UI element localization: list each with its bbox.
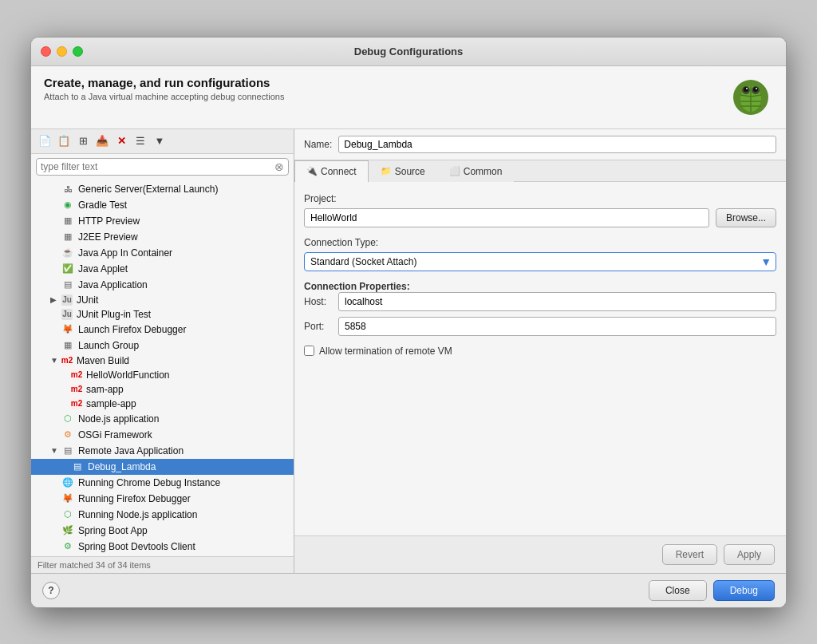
content-area: 📄 📋 ⊞ 📥 ✕ ☰ ▼ bbox=[31, 129, 786, 573]
tab-common[interactable]: ⬜ Common bbox=[437, 160, 515, 182]
tree-item-label: HTTP Preview bbox=[78, 215, 140, 227]
footer-buttons: Close Debug bbox=[649, 580, 775, 601]
project-input[interactable] bbox=[304, 208, 709, 227]
apply-button[interactable]: Apply bbox=[724, 544, 775, 565]
new-config-button[interactable]: 📄 bbox=[36, 132, 53, 150]
project-label: Project: bbox=[304, 193, 776, 204]
debug-configurations-window: Debug Configurations Create, manage, and… bbox=[30, 37, 787, 608]
tree-item-launch-group[interactable]: ▦ Launch Group bbox=[31, 338, 294, 354]
tree-item-running-nodejs[interactable]: ⬡ Running Node.js application bbox=[31, 507, 294, 523]
tree-item-label: Gradle Test bbox=[78, 200, 127, 211]
collapse-all-button[interactable]: ☰ bbox=[132, 132, 149, 150]
common-tab-icon: ⬜ bbox=[449, 166, 460, 176]
search-input[interactable] bbox=[41, 161, 274, 172]
action-bar: Revert Apply bbox=[294, 535, 786, 573]
close-button[interactable]: Close bbox=[649, 580, 707, 601]
tree-item-generic-server[interactable]: 🖧 Generic Server(External Launch) bbox=[31, 181, 294, 197]
tree-item-label: sam-app bbox=[86, 384, 124, 395]
duplicate-button[interactable]: ⊞ bbox=[74, 132, 92, 150]
tree-item-junit-plugin[interactable]: Ju JUnit Plug-in Test bbox=[31, 307, 294, 322]
tree-item-label: Java Applet bbox=[78, 263, 128, 275]
tree-item-label: OSGi Framework bbox=[78, 429, 152, 441]
tree-item-launch-firefox[interactable]: 🦊 Launch Firefox Debugger bbox=[31, 322, 294, 338]
left-toolbar: 📄 📋 ⊞ 📥 ✕ ☰ ▼ bbox=[31, 129, 294, 154]
tree-item-label: Debug_Lambda bbox=[88, 461, 156, 472]
config-tabs: 🔌 Connect 📁 Source ⬜ Common bbox=[294, 160, 786, 182]
tree-item-maven-hello[interactable]: m2 HelloWorldFunction bbox=[31, 368, 294, 382]
new-config-icon: 📄 bbox=[38, 135, 51, 147]
osgi-icon: ⚙ bbox=[61, 429, 74, 441]
port-label: Port: bbox=[304, 321, 332, 332]
tree-item-label: JUnit Plug-in Test bbox=[77, 309, 151, 320]
tab-connect-content: Project: Browse... Connection Type: Stan… bbox=[294, 182, 786, 535]
allow-termination-checkbox[interactable] bbox=[304, 346, 314, 356]
junit-icon: Ju bbox=[61, 294, 73, 306]
tree-item-junit[interactable]: ▶ Ju JUnit bbox=[31, 293, 294, 307]
tree-item-maven-sample[interactable]: m2 sample-app bbox=[31, 397, 294, 411]
svg-point-15 bbox=[746, 88, 748, 89]
tree-item-running-firefox[interactable]: 🦊 Running Firefox Debugger bbox=[31, 491, 294, 507]
tree-item-label: Spring Boot Devtools Client bbox=[78, 541, 195, 552]
revert-button[interactable]: Revert bbox=[662, 544, 717, 565]
tab-common-label: Common bbox=[464, 166, 503, 177]
import-button[interactable]: 📥 bbox=[93, 132, 111, 150]
debug-button[interactable]: Debug bbox=[713, 580, 775, 601]
tree-item-j2ee-preview[interactable]: ▦ J2EE Preview bbox=[31, 229, 294, 245]
field-group: Host: Port: bbox=[304, 292, 776, 336]
new-proto-button[interactable]: 📋 bbox=[55, 132, 73, 150]
j2ee-icon: ▦ bbox=[61, 231, 74, 243]
connection-type-select[interactable]: Standard (Socket Attach) Standard (Socke… bbox=[304, 252, 776, 271]
tree-item-debug-lambda[interactable]: ▤ Debug_Lambda bbox=[31, 459, 294, 475]
connect-tab-icon: 🔌 bbox=[306, 166, 318, 176]
spring-devtools-icon: ⚙ bbox=[61, 540, 74, 553]
search-clear-button[interactable]: ⊗ bbox=[274, 160, 284, 173]
tab-connect[interactable]: 🔌 Connect bbox=[294, 160, 369, 182]
tree-item-label: Node.js application bbox=[78, 413, 159, 425]
help-button[interactable]: ? bbox=[42, 582, 60, 599]
tree-item-osgi[interactable]: ⚙ OSGi Framework bbox=[31, 427, 294, 443]
search-box: ⊗ bbox=[36, 158, 289, 176]
close-window-button[interactable] bbox=[41, 46, 51, 57]
maven-item-icon: m2 bbox=[71, 384, 82, 395]
tree-item-spring-boot[interactable]: 🌿 Spring Boot App bbox=[31, 523, 294, 539]
connection-props-row: Connection Properties: Host: Port: bbox=[304, 281, 776, 336]
http-icon: ▦ bbox=[61, 215, 74, 227]
tab-source[interactable]: 📁 Source bbox=[369, 160, 437, 182]
port-input[interactable] bbox=[338, 317, 776, 336]
filter-button[interactable]: ▼ bbox=[151, 132, 168, 150]
browse-button[interactable]: Browse... bbox=[716, 208, 776, 227]
host-input[interactable] bbox=[338, 292, 776, 311]
tree-item-http-preview[interactable]: ▦ HTTP Preview bbox=[31, 213, 294, 229]
right-content: Name: 🔌 Connect 📁 Source ⬜ Commo bbox=[294, 129, 786, 573]
tree-item-label: Maven Build bbox=[77, 355, 129, 366]
firefox2-icon: 🦊 bbox=[61, 492, 74, 505]
source-tab-icon: 📁 bbox=[381, 166, 392, 176]
tree-item-maven-sam[interactable]: m2 sam-app bbox=[31, 382, 294, 397]
config-name-input[interactable] bbox=[338, 136, 776, 153]
duplicate-icon: ⊞ bbox=[79, 135, 88, 147]
config-tree: 🖧 Generic Server(External Launch) ◉ Grad… bbox=[31, 180, 294, 556]
firefox-icon: 🦊 bbox=[61, 323, 74, 336]
remote-java-icon: ▤ bbox=[61, 444, 74, 457]
tree-item-gradle-test[interactable]: ◉ Gradle Test bbox=[31, 197, 294, 213]
delete-button[interactable]: ✕ bbox=[112, 132, 130, 150]
tree-item-spring-devtools[interactable]: ⚙ Spring Boot Devtools Client bbox=[31, 539, 294, 555]
tree-item-java-applet[interactable]: ✅ Java Applet bbox=[31, 261, 294, 277]
maximize-window-button[interactable] bbox=[73, 46, 83, 57]
tree-item-maven-group[interactable]: ▼ m2 Maven Build bbox=[31, 354, 294, 368]
right-panel: Name: 🔌 Connect 📁 Source ⬜ Commo bbox=[294, 129, 786, 573]
tree-item-java-application[interactable]: ▤ Java Application bbox=[31, 277, 294, 293]
maven-item-icon: m2 bbox=[71, 369, 82, 381]
tree-item-remote-java-group[interactable]: ▼ ▤ Remote Java Application bbox=[31, 443, 294, 459]
port-row: Port: bbox=[304, 317, 776, 336]
expand-arrow: ▼ bbox=[50, 446, 60, 455]
tree-item-nodejs[interactable]: ⬡ Node.js application bbox=[31, 411, 294, 427]
header-text: Create, manage, and run configurations A… bbox=[44, 76, 284, 101]
tree-item-running-chrome[interactable]: 🌐 Running Chrome Debug Instance bbox=[31, 475, 294, 491]
new-proto-icon: 📋 bbox=[57, 135, 70, 147]
tree-item-java-container[interactable]: ☕ Java App In Container bbox=[31, 245, 294, 261]
minimize-window-button[interactable] bbox=[57, 46, 67, 57]
tree-item-label: sample-app bbox=[86, 398, 136, 409]
name-label: Name: bbox=[304, 139, 332, 150]
maven-item-icon: m2 bbox=[71, 398, 82, 409]
